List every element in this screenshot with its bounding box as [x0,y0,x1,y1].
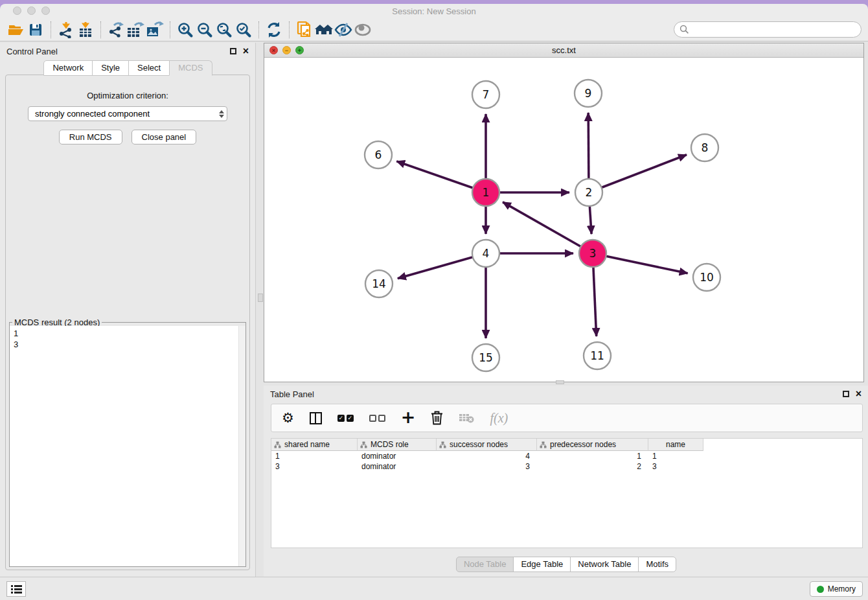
mcds-result-item[interactable]: 1 [14,328,242,339]
delete-table-icon[interactable] [459,413,474,423]
result-scrollbar[interactable] [238,326,246,566]
network-minimize-button[interactable]: − [282,46,291,54]
tab-edge-table[interactable]: Edge Table [513,557,571,572]
graph-node-label: 4 [483,247,490,260]
hide-panels-button[interactable] [334,20,353,40]
add-column-icon[interactable]: + [401,408,416,426]
criterion-select[interactable]: strongly connected component [28,106,227,121]
close-panel-button[interactable]: Close panel [131,130,197,144]
graph-node-label: 6 [375,148,382,161]
import-network-button[interactable] [56,20,76,40]
network-canvas[interactable]: 1234678910111415 [264,58,863,382]
network-window-titlebar: × − + scc.txt [264,43,863,58]
export-table-button[interactable] [126,20,145,40]
traffic-lights [13,6,50,15]
cell-name[interactable]: 1 [648,451,703,461]
function-builder-icon[interactable]: f(x) [490,411,508,426]
tab-style[interactable]: Style [92,60,129,76]
tab-node-table[interactable]: Node Table [456,557,514,572]
graph-node-label: 7 [483,88,490,101]
select-all-columns-icon[interactable]: ✓✓ [337,415,354,422]
criterion-value: strongly connected component [35,109,150,119]
tab-network[interactable]: Network [43,60,93,76]
run-mcds-button[interactable]: Run MCDS [59,130,122,144]
control-panel-tabs: Network Style Select MCDS [0,60,255,76]
graph-edge-2-8[interactable] [589,155,687,192]
close-panel-icon[interactable]: × [856,391,862,397]
search-input[interactable] [674,21,862,38]
eye-icon [354,22,372,38]
optimization-criterion-label: Optimization criterion: [6,91,249,100]
mcds-result-item[interactable]: 3 [14,339,242,350]
cell-predecessor-nodes[interactable]: 2 [537,461,648,472]
zoom-selected-button[interactable] [234,20,253,40]
cell-shared-name[interactable]: 3 [271,461,358,472]
memory-button[interactable]: Memory [810,581,863,597]
column-header-mcds-role[interactable]: MCDS role [358,439,437,451]
task-history-button[interactable] [6,581,26,597]
control-panel-header: Control Panel × [0,43,255,60]
column-header-name[interactable]: name [648,439,703,451]
column-header-predecessor-nodes[interactable]: predecessor nodes [537,439,648,451]
save-session-button[interactable] [26,20,45,40]
column-type-icon [274,441,281,448]
close-panel-icon[interactable]: × [243,48,249,54]
zoom-out-icon [196,21,213,38]
reset-home-button[interactable] [314,20,334,40]
control-panel: Control Panel × Network Style Select MCD… [0,43,256,577]
zoom-out-button[interactable] [195,20,214,40]
refresh-styles-button[interactable] [264,20,284,40]
table-header-row: shared name MCDS role successor nodes pr… [271,439,862,451]
tab-select[interactable]: Select [128,60,170,76]
tab-motifs[interactable]: Motifs [638,557,676,572]
show-panels-button[interactable] [353,20,372,40]
clone-network-button[interactable] [295,20,314,40]
graph-node-label: 9 [585,87,592,100]
close-window-button[interactable] [13,6,21,15]
tab-network-table[interactable]: Network Table [570,557,639,572]
main-toolbar [0,18,868,41]
float-panel-icon[interactable] [230,48,236,54]
float-panel-icon[interactable] [843,391,849,397]
split-columns-icon[interactable] [310,412,322,424]
export-image-button[interactable] [145,20,165,40]
cell-mcds-role[interactable]: dominator [358,461,437,472]
zoom-fit-button[interactable] [214,20,234,40]
minimize-window-button[interactable] [27,6,36,15]
table-panel: Table Panel × ⚙ ✓✓ + f(x) [264,386,868,577]
column-header-shared-name[interactable]: shared name [271,439,358,451]
network-graph[interactable]: 1234678910111415 [264,58,863,382]
list-icon [11,585,22,594]
cell-shared-name[interactable]: 1 [271,451,358,461]
table-row[interactable]: 3 dominator 3 2 3 [271,461,862,472]
graph-edge-3-10[interactable] [593,253,688,273]
cell-predecessor-nodes[interactable]: 1 [537,451,648,461]
column-header-successor-nodes[interactable]: successor nodes [437,439,537,451]
network-close-button[interactable]: × [269,46,278,54]
open-session-button[interactable] [6,20,26,40]
network-zoom-button[interactable]: + [295,46,304,54]
cell-successor-nodes[interactable]: 3 [437,461,537,472]
maximize-window-button[interactable] [41,6,50,15]
toolbar-separator [258,21,259,38]
graph-edge-3-1[interactable] [503,202,593,253]
cell-mcds-role[interactable]: dominator [358,451,437,461]
window-title: Session: New Session [392,6,475,16]
horizontal-splitter-handle[interactable] [556,380,564,384]
column-type-icon [360,441,367,448]
vertical-splitter-handle[interactable] [258,294,263,302]
table-row[interactable]: 1 dominator 4 1 1 [271,451,862,461]
cell-successor-nodes[interactable]: 4 [437,451,537,461]
export-network-icon [108,21,124,38]
cell-name[interactable]: 3 [648,461,703,472]
delete-column-icon[interactable] [431,411,443,425]
titlebar: Session: New Session [0,4,868,18]
tab-mcds[interactable]: MCDS [169,60,212,76]
mcds-result-list: 1 3 [10,326,246,566]
export-network-button[interactable] [106,20,126,40]
export-image-icon [146,21,164,38]
zoom-in-button[interactable] [176,20,195,40]
deselect-all-columns-icon[interactable] [369,415,385,422]
table-settings-icon[interactable]: ⚙ [282,411,294,425]
import-table-button[interactable] [76,20,95,40]
